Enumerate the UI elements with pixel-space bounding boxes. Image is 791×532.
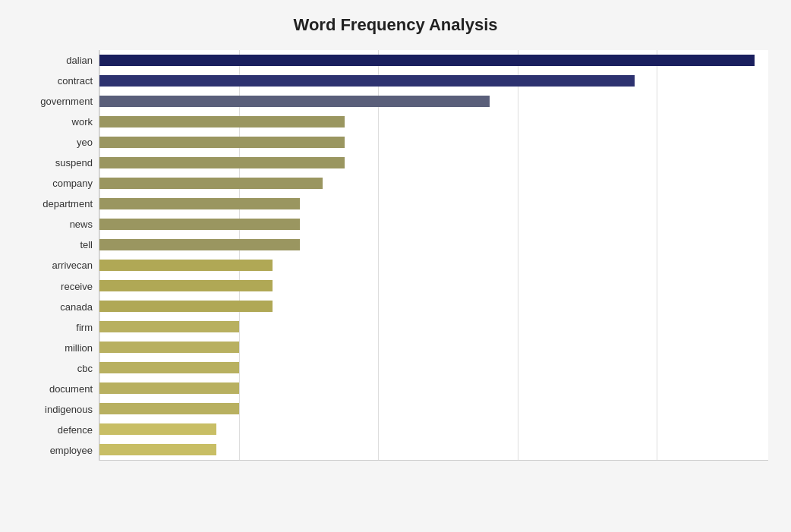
bar (99, 382, 239, 394)
bar (99, 55, 755, 66)
bar-row (99, 317, 768, 337)
bar-row (99, 92, 768, 112)
y-label: document (49, 384, 93, 394)
bar-row (99, 420, 768, 439)
bar-row (99, 338, 768, 357)
bar (99, 75, 635, 87)
y-label: yeo (77, 137, 93, 147)
bar (99, 362, 239, 373)
bar (99, 116, 345, 127)
y-label: company (52, 178, 93, 188)
bar-row (99, 358, 768, 378)
y-label: firm (76, 323, 93, 332)
bar-row (99, 153, 768, 173)
bar-row (99, 51, 768, 71)
bar-row (99, 215, 768, 235)
bar (99, 137, 345, 148)
bar (99, 301, 273, 312)
bar-row (99, 440, 768, 460)
bar (99, 321, 239, 332)
y-label: arrivecan (52, 260, 93, 270)
bar (99, 219, 300, 230)
y-label: cbc (77, 364, 93, 373)
bar-row (99, 235, 768, 255)
y-label: tell (80, 240, 93, 250)
y-label: suspend (55, 158, 93, 168)
bar (99, 403, 239, 414)
bar (99, 178, 323, 189)
bar-row (99, 133, 768, 153)
bar-row (99, 276, 768, 296)
y-label: government (40, 96, 93, 106)
y-label: department (43, 199, 93, 209)
bar-row (99, 112, 768, 132)
bar-row (99, 71, 768, 91)
bar (99, 444, 216, 455)
y-label: defence (58, 425, 93, 435)
bar (99, 198, 300, 209)
y-label: news (70, 219, 93, 229)
bar-row (99, 379, 768, 398)
bar (99, 260, 273, 271)
bar-row (99, 399, 768, 419)
bar-row (99, 174, 768, 194)
bar (99, 280, 273, 291)
y-label: dalian (66, 55, 93, 65)
bar-row (99, 297, 768, 316)
y-label: work (72, 117, 93, 127)
chart-title: Word Frequency Analysis (23, 15, 768, 35)
bar (99, 239, 300, 250)
bar-row (99, 256, 768, 275)
y-label: indigenous (45, 405, 93, 414)
bar-row (99, 194, 768, 214)
y-label: receive (61, 282, 93, 291)
y-label: employee (50, 445, 93, 455)
bar (99, 157, 345, 168)
y-label: million (65, 343, 93, 353)
y-label: canada (60, 302, 93, 312)
bar (99, 96, 490, 107)
y-axis: daliancontractgovernmentworkyeosuspendco… (23, 50, 99, 461)
bar (99, 342, 239, 353)
plot-area (99, 50, 768, 461)
chart-container: Word Frequency Analysis daliancontractgo… (0, 0, 791, 532)
y-label: contract (58, 76, 93, 86)
bar (99, 423, 216, 435)
chart-area: daliancontractgovernmentworkyeosuspendco… (23, 50, 768, 461)
